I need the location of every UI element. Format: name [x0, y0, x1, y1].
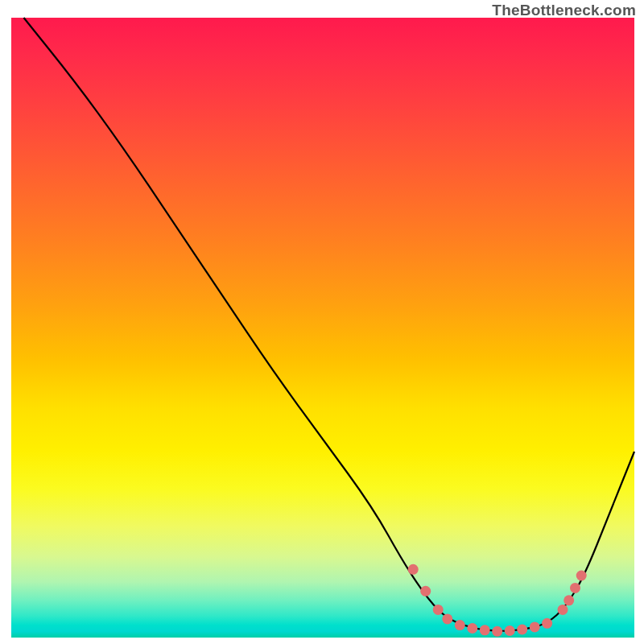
- chart-container: TheBottleneck.com: [0, 0, 644, 644]
- attribution-label: TheBottleneck.com: [492, 2, 636, 19]
- chart-gradient-background: [11, 18, 634, 638]
